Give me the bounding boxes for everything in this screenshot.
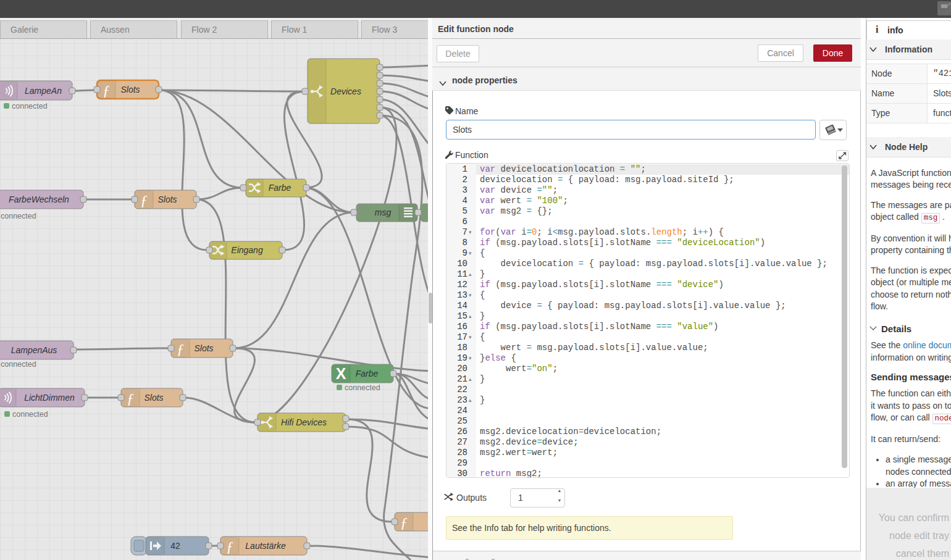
svg-text:ƒ: ƒ bbox=[103, 82, 110, 98]
svg-text:LampenAus: LampenAus bbox=[11, 345, 57, 355]
svg-text:Slots: Slots bbox=[144, 393, 163, 403]
svg-text:connected: connected bbox=[345, 383, 380, 392]
svg-text:X: X bbox=[336, 365, 346, 382]
svg-text:Hifi Devices: Hifi Devices bbox=[281, 417, 327, 427]
svg-text:Slots: Slots bbox=[157, 194, 177, 204]
svg-text:connected: connected bbox=[12, 410, 48, 419]
svg-text:connected: connected bbox=[1, 360, 36, 369]
svg-text:connected: connected bbox=[1, 212, 36, 220]
svg-text:msg: msg bbox=[375, 207, 392, 217]
svg-text:LampeAn: LampeAn bbox=[25, 86, 62, 96]
svg-text:ƒ: ƒ bbox=[177, 341, 184, 357]
svg-text:ƒ: ƒ bbox=[140, 192, 148, 208]
svg-text:Lautstärke: Lautstärke bbox=[245, 541, 286, 551]
svg-text:Farbe: Farbe bbox=[356, 369, 379, 378]
svg-text:42: 42 bbox=[170, 541, 180, 551]
svg-text:Farbe: Farbe bbox=[269, 183, 291, 193]
svg-text:Slots: Slots bbox=[120, 85, 140, 94]
svg-text:FarbeWechseln: FarbeWechseln bbox=[9, 194, 69, 204]
svg-text:ƒ: ƒ bbox=[400, 514, 408, 530]
svg-text:ƒ: ƒ bbox=[127, 390, 134, 406]
svg-text:connected: connected bbox=[12, 102, 48, 111]
svg-text:Eingang: Eingang bbox=[231, 245, 263, 255]
svg-text:Devices: Devices bbox=[330, 86, 361, 96]
svg-text:Slots: Slots bbox=[194, 343, 213, 353]
svg-text:ƒ: ƒ bbox=[226, 538, 233, 554]
svg-text:LichtDimmen: LichtDimmen bbox=[24, 393, 75, 403]
